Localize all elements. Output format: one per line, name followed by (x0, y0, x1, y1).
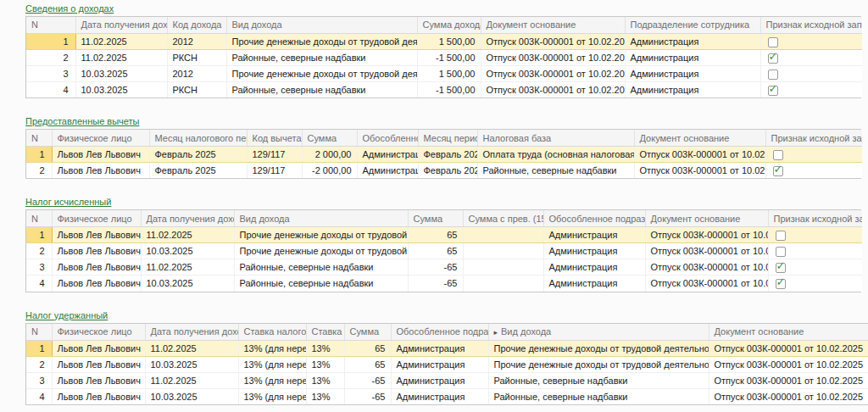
cell-income-info-r3-c6[interactable]: Администрация (625, 81, 760, 97)
column-header-tax-withheld-8[interactable]: Документ основание (709, 324, 868, 341)
cell-tax-calculated-r0-c1[interactable]: Львов Лев Львович (52, 226, 141, 242)
column-header-tax-calculated-7[interactable]: Документ основание (645, 210, 768, 226)
column-header-income-info-6[interactable]: Подразделение сотрудника (625, 17, 760, 33)
cell-provided-deductions-r0-c2[interactable]: Февраль 2025 (149, 146, 247, 162)
cell-tax-calculated-r1-c0[interactable]: 2 (26, 242, 52, 259)
cell-provided-deductions-r1-c3[interactable]: 129/117 (247, 162, 302, 178)
cell-income-info-r2-c4[interactable]: 1 500,00 (417, 65, 481, 81)
column-header-income-info-1[interactable]: Дата получения дохода (75, 17, 167, 33)
cell-income-info-r1-c1[interactable]: 11.02.2025 (75, 49, 167, 65)
cell-tax-calculated-r1-c7[interactable]: Отпуск 003К-000001 от 10.02.2025 (645, 242, 768, 259)
cell-provided-deductions-r0-c6[interactable]: Февраль 2025 (418, 146, 477, 162)
cell-income-info-r2-c3[interactable]: Прочие денежные доходы от трудовой деяте… (226, 65, 417, 81)
table-row[interactable]: 3Львов Лев Львович11.02.202513% (для нер… (26, 372, 868, 388)
cell-provided-deductions-r0-c8[interactable]: Отпуск 003К-000001 от 10.02.2025 (634, 146, 765, 162)
cell-income-info-r0-c7[interactable] (760, 33, 862, 49)
cell-tax-calculated-r3-c3[interactable]: Районные, северные надбавки (234, 276, 408, 292)
cell-provided-deductions-r1-c0[interactable]: 2 (26, 162, 52, 178)
cell-tax-calculated-r1-c5[interactable] (463, 242, 543, 259)
cell-tax-withheld-r3-c1[interactable]: Львов Лев Львович (52, 388, 145, 404)
cell-tax-calculated-r0-c7[interactable]: Отпуск 003К-000001 от 10.02.2025 (645, 226, 768, 242)
cell-tax-withheld-r2-c2[interactable]: 11.02.2025 (145, 372, 238, 388)
cell-provided-deductions-r1-c5[interactable]: Администрация (357, 162, 418, 178)
cell-tax-calculated-r1-c3[interactable]: Прочие денежные доходы от трудовой деяте… (234, 242, 408, 259)
cell-income-info-r3-c1[interactable]: 10.03.2025 (75, 81, 167, 97)
cell-tax-calculated-r3-c0[interactable]: 4 (26, 276, 52, 292)
cell-tax-withheld-r0-c3[interactable]: 13% (для нерезиде... (238, 340, 306, 356)
column-header-provided-deductions-0[interactable]: N (26, 130, 52, 146)
cell-tax-withheld-r2-c4[interactable]: 13% (306, 372, 344, 388)
cell-income-info-r2-c6[interactable]: Администрация (625, 65, 760, 81)
column-header-tax-calculated-4[interactable]: Сумма (408, 210, 463, 226)
column-header-income-info-3[interactable]: Вид дохода (226, 17, 417, 33)
cell-income-info-r1-c4[interactable]: -1 500,00 (417, 49, 481, 65)
cell-tax-calculated-r0-c2[interactable]: 11.02.2025 (141, 226, 234, 242)
cell-tax-calculated-r0-c5[interactable] (463, 226, 543, 242)
cell-tax-withheld-r2-c0[interactable]: 3 (26, 372, 52, 388)
column-header-income-info-7[interactable]: Признак исходной записи (760, 17, 862, 33)
cell-tax-calculated-r2-c0[interactable]: 3 (26, 259, 52, 276)
column-header-provided-deductions-9[interactable]: Признак исходной записи (765, 130, 862, 146)
cell-tax-calculated-r1-c8[interactable] (768, 242, 862, 259)
cell-income-info-r2-c5[interactable]: Отпуск 003К-000001 от 10.02.2025 (481, 65, 625, 81)
cell-income-info-r3-c2[interactable]: РКСН (167, 81, 226, 97)
checkbox-unchecked-icon[interactable] (773, 150, 783, 160)
column-header-tax-calculated-1[interactable]: Физическое лицо (52, 210, 141, 226)
cell-tax-withheld-r0-c7[interactable]: Прочие денежные доходы от трудовой деяте… (488, 340, 709, 356)
cell-tax-withheld-r0-c1[interactable]: Львов Лев Львович (52, 340, 145, 356)
cell-tax-withheld-r1-c0[interactable]: 2 (26, 356, 52, 372)
cell-tax-withheld-r1-c4[interactable]: 13% (306, 356, 344, 372)
table-row[interactable]: 111.02.20252012Прочие денежные доходы от… (26, 33, 862, 49)
cell-income-info-r0-c1[interactable]: 11.02.2025 (75, 33, 167, 49)
table-row[interactable]: 4Львов Лев Львович10.03.202513% (для нер… (26, 388, 868, 404)
table-row[interactable]: 1Львов Лев Львович11.02.202513% (для нер… (26, 340, 868, 356)
cell-tax-calculated-r0-c0[interactable]: 1 (26, 226, 52, 242)
cell-tax-calculated-r2-c1[interactable]: Львов Лев Львович (52, 259, 141, 276)
cell-tax-withheld-r1-c6[interactable]: Администрация (391, 356, 488, 372)
table-row[interactable]: 211.02.2025РКСНРайонные, северные надбав… (26, 49, 862, 65)
cell-tax-calculated-r0-c3[interactable]: Прочие денежные доходы от трудовой деяте… (234, 226, 408, 242)
cell-tax-calculated-r3-c6[interactable]: Администрация (543, 276, 645, 292)
cell-tax-withheld-r3-c7[interactable]: Районные, северные надбавки (488, 388, 709, 404)
cell-tax-withheld-r2-c6[interactable]: Администрация (391, 372, 488, 388)
cell-tax-withheld-r1-c2[interactable]: 10.03.2025 (145, 356, 238, 372)
cell-income-info-r3-c0[interactable]: 4 (26, 81, 75, 97)
cell-provided-deductions-r0-c0[interactable]: 1 (26, 146, 52, 162)
cell-provided-deductions-r1-c6[interactable]: Февраль 2025 (418, 162, 477, 178)
cell-tax-withheld-r1-c8[interactable]: Отпуск 003К-000001 от 10.02.2025 (709, 356, 868, 372)
cell-income-info-r1-c7[interactable] (760, 49, 862, 65)
column-header-tax-calculated-3[interactable]: Вид дохода (234, 210, 408, 226)
cell-tax-calculated-r2-c2[interactable]: 11.02.2025 (141, 259, 234, 276)
column-header-tax-withheld-1[interactable]: Физическое лицо (52, 324, 145, 341)
cell-tax-calculated-r3-c5[interactable] (463, 276, 543, 292)
cell-tax-calculated-r2-c4[interactable]: -65 (408, 259, 463, 276)
cell-provided-deductions-r0-c3[interactable]: 129/117 (247, 146, 302, 162)
cell-income-info-r2-c7[interactable] (760, 65, 862, 81)
cell-tax-calculated-r1-c2[interactable]: 10.03.2025 (141, 242, 234, 259)
column-header-tax-calculated-6[interactable]: Обособленное подразделение (543, 210, 645, 226)
cell-tax-withheld-r3-c6[interactable]: Администрация (391, 388, 488, 404)
column-header-tax-withheld-4[interactable]: Ставка (306, 324, 344, 341)
cell-income-info-r2-c0[interactable]: 3 (26, 65, 75, 81)
column-header-provided-deductions-8[interactable]: Документ основание (634, 130, 765, 146)
table-row[interactable]: 410.03.2025РКСНРайонные, северные надбав… (26, 81, 862, 97)
cell-tax-withheld-r1-c5[interactable]: 65 (344, 356, 391, 372)
section-title-tax-withheld[interactable]: Налог удержанный (25, 309, 108, 321)
cell-tax-calculated-r1-c4[interactable]: 65 (408, 242, 463, 259)
checkbox-checked-icon[interactable] (776, 263, 786, 273)
cell-tax-calculated-r3-c1[interactable]: Львов Лев Львович (52, 276, 141, 292)
cell-tax-calculated-r3-c2[interactable]: 10.03.2025 (141, 276, 234, 292)
cell-tax-withheld-r3-c8[interactable]: Отпуск 003К-000001 от 10.02.2025 (709, 388, 868, 404)
cell-tax-calculated-r0-c4[interactable]: 65 (408, 226, 463, 242)
column-header-provided-deductions-1[interactable]: Физическое лицо (52, 130, 149, 146)
table-row[interactable]: 4Львов Лев Львович10.03.2025Районные, се… (26, 276, 862, 292)
cell-provided-deductions-r0-c5[interactable]: Администрация (357, 146, 418, 162)
cell-tax-calculated-r3-c7[interactable]: Отпуск 003К-000001 от 10.02.2025 (645, 276, 768, 292)
cell-tax-withheld-r0-c0[interactable]: 1 (26, 340, 52, 356)
cell-tax-calculated-r3-c4[interactable]: -65 (408, 276, 463, 292)
column-header-income-info-0[interactable]: N (26, 17, 75, 33)
column-header-income-info-4[interactable]: Сумма дохода (417, 17, 481, 33)
column-header-tax-withheld-2[interactable]: Дата получения дохода (145, 324, 238, 341)
column-header-tax-calculated-0[interactable]: N (26, 210, 52, 226)
cell-tax-withheld-r2-c5[interactable]: -65 (344, 372, 391, 388)
